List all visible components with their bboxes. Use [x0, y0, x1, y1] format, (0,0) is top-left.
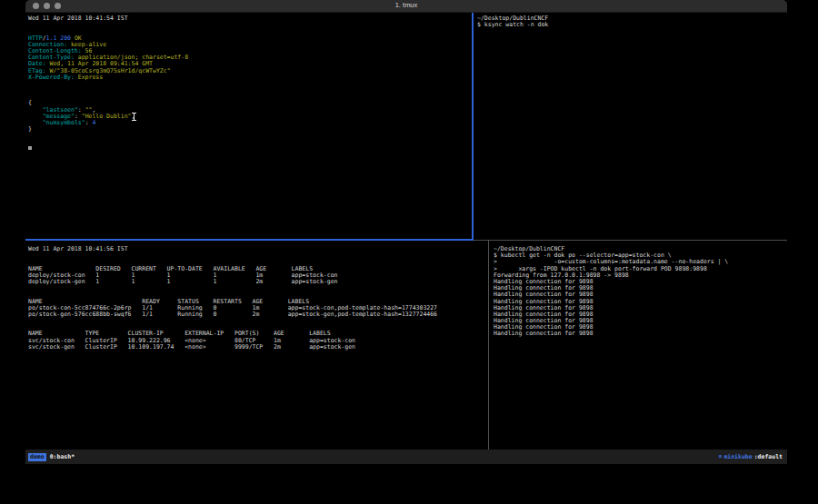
window-title: 1. tmux — [25, 1, 787, 9]
kubernetes-icon: ☸ — [718, 453, 722, 460]
tmux-session: Wed 11 Apr 2018 10:41:54 IST HTTP/1.1 20… — [25, 13, 787, 450]
terminal-window: 1. tmux Wed 11 Apr 2018 10:41:54 IST HTT… — [25, 0, 787, 464]
session-name-badge: demo — [28, 453, 46, 461]
pane-divider-vertical-top[interactable] — [472, 13, 474, 241]
pane-divider-horizontal-right[interactable] — [474, 240, 787, 241]
pane-divider-horizontal-left[interactable] — [25, 239, 474, 241]
pane-divider-vertical-bottom[interactable] — [488, 241, 489, 450]
kube-namespace: :default — [754, 453, 783, 460]
pane-ksync-watch[interactable]: ~/Desktop/DublinCNCF$ ksync watch -n dok — [474, 13, 787, 242]
tmux-status-bar: demo 0:bash* ☸ minikube :default — [25, 450, 787, 464]
title-bar[interactable]: 1. tmux — [25, 0, 787, 13]
window-tab-bash[interactable]: 0:bash* — [50, 453, 75, 460]
pane-port-forward[interactable]: ~/Desktop/DublinCNCF$ kubectl get -n dok… — [490, 241, 787, 450]
terminal-cursor — [28, 146, 32, 150]
kube-context: minikube — [723, 453, 752, 460]
desktop-background: 1. tmux Wed 11 Apr 2018 10:41:54 IST HTT… — [0, 0, 818, 504]
pane-http-response[interactable]: Wed 11 Apr 2018 10:41:54 IST HTTP/1.1 20… — [25, 13, 474, 242]
mouse-cursor-ibeam — [132, 113, 136, 121]
pane-kubectl-get[interactable]: Wed 11 Apr 2018 10:41:56 IST NAME DESIRE… — [25, 241, 491, 450]
